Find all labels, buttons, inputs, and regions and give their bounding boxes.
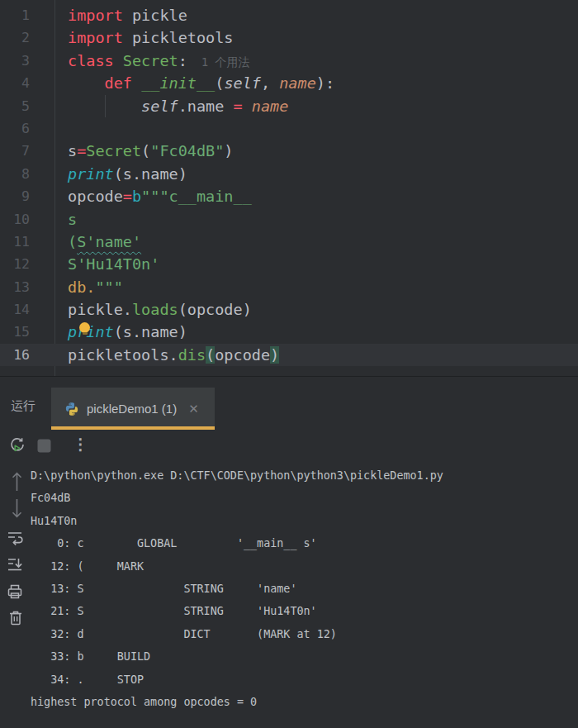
code-text: class Secret: 1 个用法 bbox=[30, 50, 250, 72]
code-text: s bbox=[30, 208, 77, 231]
stop-button[interactable] bbox=[37, 439, 51, 453]
code-text: pickle.loads(opcode) bbox=[30, 298, 252, 321]
line-number: 12 bbox=[0, 253, 30, 275]
line-number: 2 bbox=[0, 26, 30, 49]
more-options-button[interactable]: ⋮ bbox=[73, 436, 88, 453]
line-number: 13 bbox=[0, 276, 30, 298]
line-number: 16 bbox=[0, 344, 30, 366]
code-text: print(s.name) bbox=[30, 163, 187, 185]
code-line[interactable]: 2import pickletools bbox=[0, 26, 578, 49]
intention-bulb-icon[interactable] bbox=[78, 322, 91, 335]
code-line[interactable]: 11(S'name' bbox=[0, 231, 578, 253]
code-line[interactable]: 3class Secret: 1 个用法 bbox=[0, 50, 578, 72]
indent-guide bbox=[105, 95, 106, 117]
clear-console-trash-icon[interactable] bbox=[7, 609, 24, 627]
line-number: 14 bbox=[0, 298, 30, 321]
line-number: 8 bbox=[0, 163, 30, 185]
code-line[interactable]: 10s bbox=[0, 208, 578, 231]
line-number: 1 bbox=[0, 4, 30, 26]
next-occurrence-icon[interactable] bbox=[10, 497, 24, 520]
code-text: import pickle bbox=[30, 4, 187, 26]
code-lines: 1import pickle2import pickletools3class … bbox=[0, 4, 578, 366]
code-line[interactable]: 4 def __init__(self, name): bbox=[0, 72, 578, 94]
code-text: def __init__(self, name): bbox=[30, 72, 334, 94]
run-tool-window: 运行 pickleDemo1 (1) ✕ ⋮ bbox=[0, 376, 578, 728]
code-line[interactable]: 7s=Secret("Fc04dB") bbox=[0, 140, 578, 162]
close-icon[interactable]: ✕ bbox=[188, 402, 199, 415]
prev-occurrence-icon[interactable] bbox=[10, 470, 24, 493]
run-toolwindow-title: 运行 bbox=[11, 399, 36, 412]
print-icon[interactable] bbox=[6, 583, 24, 601]
line-number: 11 bbox=[0, 231, 30, 253]
code-text: pickletools.dis(opcode) bbox=[30, 344, 279, 366]
code-line[interactable]: 8print(s.name) bbox=[0, 163, 578, 185]
line-number: 5 bbox=[0, 95, 30, 117]
python-logo-icon bbox=[64, 402, 79, 416]
console-output[interactable]: D:\python\python.exe D:\CTF\CODE\python\… bbox=[31, 464, 443, 713]
tab-selected-underline bbox=[51, 426, 215, 430]
code-line[interactable]: 13db.""" bbox=[0, 276, 578, 298]
scroll-to-end-icon[interactable] bbox=[6, 555, 24, 573]
line-number: 3 bbox=[0, 50, 30, 72]
run-tab-pickledemo1[interactable]: pickleDemo1 (1) ✕ bbox=[51, 388, 215, 430]
code-text: (S'name' bbox=[30, 231, 141, 253]
code-text: opcode=b"""c__main__ bbox=[30, 185, 252, 207]
code-text: db.""" bbox=[30, 276, 123, 298]
code-line[interactable]: 5 self.name = name bbox=[0, 95, 578, 117]
line-number: 15 bbox=[0, 321, 30, 343]
line-number: 9 bbox=[0, 185, 30, 207]
code-text: s=Secret("Fc04dB") bbox=[30, 140, 234, 162]
code-line[interactable]: 12S'Hu14T0n' bbox=[0, 253, 578, 275]
code-text bbox=[30, 117, 68, 140]
line-number: 7 bbox=[0, 140, 30, 162]
code-line[interactable]: 6 bbox=[0, 117, 578, 140]
code-line[interactable]: 14pickle.loads(opcode) bbox=[0, 298, 578, 321]
code-text: import pickletools bbox=[30, 26, 233, 49]
code-text: S'Hu14T0n' bbox=[30, 253, 159, 275]
code-text: self.name = name bbox=[30, 95, 288, 117]
rerun-button[interactable] bbox=[9, 436, 26, 453]
line-number: 10 bbox=[0, 208, 30, 231]
code-line[interactable]: 16pickletools.dis(opcode) bbox=[0, 344, 578, 366]
soft-wrap-icon[interactable] bbox=[6, 528, 24, 546]
code-line[interactable]: 1import pickle bbox=[0, 4, 578, 26]
line-number: 6 bbox=[0, 117, 30, 140]
run-tab-label: pickleDemo1 (1) bbox=[87, 402, 177, 416]
code-text: print(s.name) bbox=[30, 321, 187, 343]
code-editor[interactable]: 1import pickle2import pickletools3class … bbox=[0, 0, 578, 376]
code-line[interactable]: 9opcode=b"""c__main__ bbox=[0, 185, 578, 207]
line-number: 4 bbox=[0, 72, 30, 94]
